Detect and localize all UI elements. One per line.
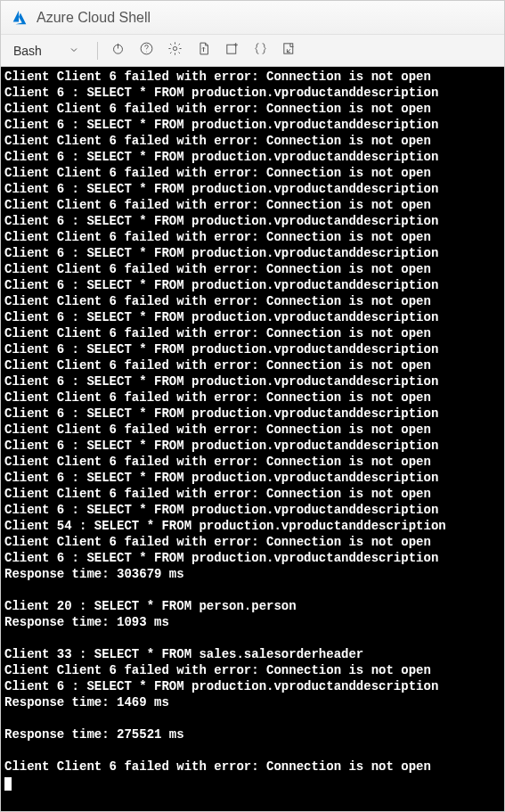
terminal-line: Client 6 : SELECT * FROM production.vpro…: [4, 550, 501, 566]
terminal-line: Client Client 6 failed with error: Conne…: [4, 69, 501, 85]
upload-download-button[interactable]: [191, 37, 217, 64]
divider: [97, 42, 98, 60]
titlebar: Azure Cloud Shell: [1, 1, 504, 35]
terminal-line: Client 54 : SELECT * FROM production.vpr…: [4, 518, 501, 534]
terminal-line: Client Client 6 failed with error: Conne…: [4, 486, 501, 502]
terminal-line: Client 6 : SELECT * FROM production.vpro…: [4, 85, 501, 101]
restart-button[interactable]: [105, 37, 132, 64]
terminal-line: Client 33 : SELECT * FROM sales.salesord…: [4, 646, 501, 662]
window-title: Azure Cloud Shell: [37, 10, 151, 26]
terminal-line: [4, 630, 501, 646]
terminal-line: Client 6 : SELECT * FROM production.vpro…: [4, 245, 501, 261]
terminal-line: Response time: 1093 ms: [4, 614, 501, 630]
shell-label: Bash: [13, 44, 42, 58]
terminal-line: Client 6 : SELECT * FROM production.vpro…: [4, 213, 501, 229]
svg-rect-5: [227, 45, 236, 53]
open-port-button[interactable]: [276, 37, 303, 64]
terminal-line: Client Client 6 failed with error: Conne…: [4, 229, 501, 245]
svg-point-4: [174, 46, 177, 50]
terminal-line: Client Client 6 failed with error: Conne…: [4, 101, 501, 117]
terminal-line: [4, 742, 501, 759]
terminal-line: Response time: 275521 ms: [4, 726, 501, 742]
terminal-line: Client Client 6 failed with error: Conne…: [4, 293, 501, 309]
help-button[interactable]: [134, 37, 160, 64]
gear-icon: [167, 41, 183, 60]
terminal-line: Response time: 1469 ms: [4, 694, 501, 710]
terminal-line: Client Client 6 failed with error: Conne…: [4, 534, 501, 550]
terminal-line: Client 20 : SELECT * FROM person.person: [4, 598, 501, 614]
new-session-button[interactable]: [219, 37, 246, 64]
terminal-line: Client 6 : SELECT * FROM production.vpro…: [4, 149, 501, 165]
terminal-line: Client 6 : SELECT * FROM production.vpro…: [4, 502, 501, 518]
terminal-output[interactable]: Client Client 6 failed with error: Conne…: [1, 67, 504, 811]
terminal-line: Client Client 6 failed with error: Conne…: [4, 422, 501, 438]
terminal-line: Client 6 : SELECT * FROM production.vpro…: [4, 181, 501, 197]
terminal-line: Client Client 6 failed with error: Conne…: [4, 454, 501, 470]
terminal-line: Client Client 6 failed with error: Conne…: [4, 357, 501, 373]
settings-button[interactable]: [162, 37, 189, 64]
chevron-down-icon: [69, 44, 79, 58]
svg-point-3: [146, 52, 147, 53]
cursor: [4, 777, 12, 791]
help-icon: [139, 41, 154, 60]
terminal-line: Client Client 6 failed with error: Conne…: [4, 133, 501, 149]
terminal-line: Client 6 : SELECT * FROM production.vpro…: [4, 373, 501, 390]
terminal-cursor-line: [4, 775, 501, 791]
toolbar: Bash: [1, 35, 504, 67]
terminal-line: Client 6 : SELECT * FROM production.vpro…: [4, 470, 501, 486]
terminal-line: Client 6 : SELECT * FROM production.vpro…: [4, 117, 501, 133]
terminal-line: Client Client 6 failed with error: Conne…: [4, 759, 501, 775]
terminal-line: [4, 582, 501, 598]
terminal-line: Client Client 6 failed with error: Conne…: [4, 165, 501, 181]
new-window-icon: [224, 41, 240, 60]
terminal-line: [4, 710, 501, 726]
terminal-line: Client Client 6 failed with error: Conne…: [4, 197, 501, 213]
shell-selector[interactable]: Bash: [8, 39, 86, 62]
braces-icon: [253, 41, 268, 60]
terminal-line: Client Client 6 failed with error: Conne…: [4, 390, 501, 406]
terminal-line: Client Client 6 failed with error: Conne…: [4, 325, 501, 341]
terminal-line: Client 6 : SELECT * FROM production.vpro…: [4, 678, 501, 694]
terminal-line: Client 6 : SELECT * FROM production.vpro…: [4, 406, 501, 422]
terminal-line: Client Client 6 failed with error: Conne…: [4, 261, 501, 277]
terminal-line: Client 6 : SELECT * FROM production.vpro…: [4, 309, 501, 325]
preview-icon: [281, 41, 297, 60]
azure-logo-icon: [10, 8, 29, 28]
file-updown-icon: [196, 41, 211, 60]
terminal-line: Response time: 303679 ms: [4, 566, 501, 582]
terminal-line: Client 6 : SELECT * FROM production.vpro…: [4, 277, 501, 293]
power-icon: [110, 41, 126, 60]
terminal-line: Client Client 6 failed with error: Conne…: [4, 662, 501, 678]
editor-button[interactable]: [248, 37, 274, 64]
terminal-line: Client 6 : SELECT * FROM production.vpro…: [4, 438, 501, 454]
terminal-line: Client 6 : SELECT * FROM production.vpro…: [4, 341, 501, 357]
